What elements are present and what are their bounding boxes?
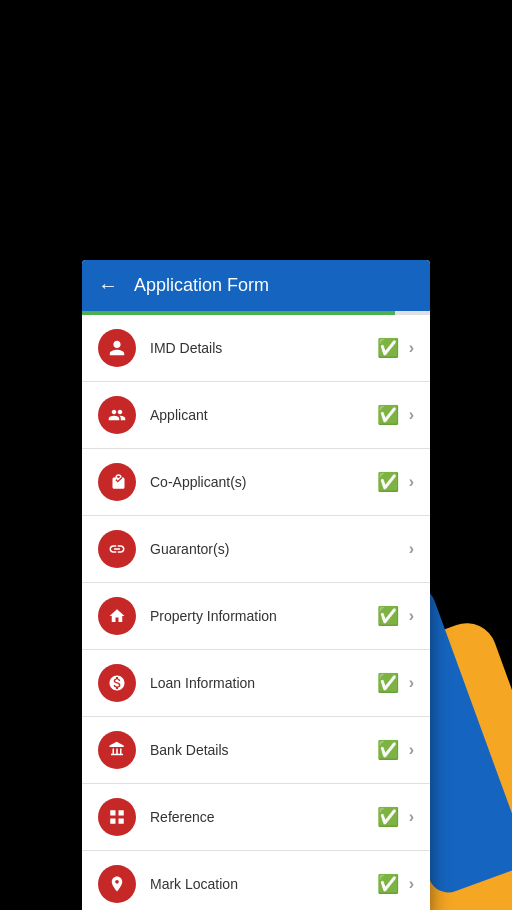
location-icon xyxy=(108,875,126,893)
menu-list: IMD Details ✅ › Applicant ✅ › Co-Applica… xyxy=(82,315,430,910)
mark-location-check: ✅ xyxy=(377,873,399,895)
menu-item-imd-details[interactable]: IMD Details ✅ › xyxy=(82,315,430,382)
imd-details-chevron: › xyxy=(409,339,414,357)
menu-item-co-applicant[interactable]: Co-Applicant(s) ✅ › xyxy=(82,449,430,516)
app-header: ← Application Form xyxy=(82,260,430,311)
page-title: Application Form xyxy=(134,275,269,296)
applicant-icon-circle xyxy=(98,396,136,434)
people-icon xyxy=(108,406,126,424)
bank-icon xyxy=(108,741,126,759)
dollar-icon xyxy=(108,674,126,692)
bank-check: ✅ xyxy=(377,739,399,761)
menu-item-property-information[interactable]: Property Information ✅ › xyxy=(82,583,430,650)
co-applicant-icon-circle xyxy=(98,463,136,501)
loan-information-label: Loan Information xyxy=(150,675,377,691)
link-icon xyxy=(108,540,126,558)
reference-label: Reference xyxy=(150,809,377,825)
property-chevron: › xyxy=(409,607,414,625)
co-applicant-chevron: › xyxy=(409,473,414,491)
menu-item-loan-information[interactable]: Loan Information ✅ › xyxy=(82,650,430,717)
imd-details-check: ✅ xyxy=(377,337,399,359)
guarantor-icon-circle xyxy=(98,530,136,568)
guarantor-label: Guarantor(s) xyxy=(150,541,409,557)
imd-details-icon-circle xyxy=(98,329,136,367)
reference-check: ✅ xyxy=(377,806,399,828)
bank-chevron: › xyxy=(409,741,414,759)
bank-icon-circle xyxy=(98,731,136,769)
menu-item-bank-details[interactable]: Bank Details ✅ › xyxy=(82,717,430,784)
guarantor-chevron: › xyxy=(409,540,414,558)
loan-chevron: › xyxy=(409,674,414,692)
applicant-check: ✅ xyxy=(377,404,399,426)
menu-item-reference[interactable]: Reference ✅ › xyxy=(82,784,430,851)
briefcase-icon xyxy=(108,473,126,491)
property-check: ✅ xyxy=(377,605,399,627)
menu-item-mark-location[interactable]: Mark Location ✅ › xyxy=(82,851,430,910)
applicant-label: Applicant xyxy=(150,407,377,423)
property-icon-circle xyxy=(98,597,136,635)
bank-details-label: Bank Details xyxy=(150,742,377,758)
loan-icon-circle xyxy=(98,664,136,702)
location-icon-circle xyxy=(98,865,136,903)
mark-location-label: Mark Location xyxy=(150,876,377,892)
property-information-label: Property Information xyxy=(150,608,377,624)
menu-item-guarantor[interactable]: Guarantor(s) › xyxy=(82,516,430,583)
loan-check: ✅ xyxy=(377,672,399,694)
back-button[interactable]: ← xyxy=(98,274,118,297)
app-container: ← Application Form IMD Details ✅ › xyxy=(82,260,430,910)
imd-details-label: IMD Details xyxy=(150,340,377,356)
grid-icon xyxy=(108,808,126,826)
co-applicant-label: Co-Applicant(s) xyxy=(150,474,377,490)
home-icon xyxy=(108,607,126,625)
mark-location-chevron: › xyxy=(409,875,414,893)
reference-icon-circle xyxy=(98,798,136,836)
menu-item-applicant[interactable]: Applicant ✅ › xyxy=(82,382,430,449)
reference-chevron: › xyxy=(409,808,414,826)
applicant-chevron: › xyxy=(409,406,414,424)
co-applicant-check: ✅ xyxy=(377,471,399,493)
user-icon xyxy=(108,339,126,357)
